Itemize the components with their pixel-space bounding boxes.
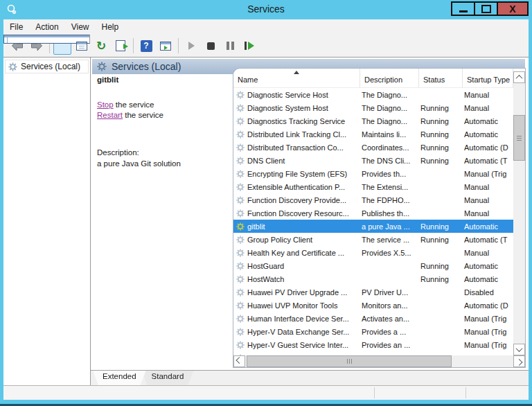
status-separator — [374, 387, 375, 398]
help-button[interactable]: ? — [137, 37, 155, 55]
table-row[interactable]: Huawei UVP Monitor ToolsMonitors an...Au… — [233, 299, 513, 312]
horizontal-scrollbar[interactable] — [233, 355, 525, 367]
stop-service-line: Stop the service — [97, 100, 229, 109]
refresh-button[interactable]: ↻ — [92, 37, 110, 55]
service-startup-type: Manual — [463, 91, 513, 99]
start-service-button[interactable] — [182, 37, 200, 55]
show-console-tree-button[interactable] — [53, 37, 71, 55]
chevron-up-icon — [516, 75, 523, 82]
restart-service-line: Restart the service — [97, 111, 229, 119]
table-row[interactable]: Health Key and Certificate ...Provides X… — [233, 246, 513, 259]
scroll-right-button[interactable] — [513, 355, 525, 367]
service-desc: PV Driver U... — [360, 288, 419, 297]
service-desc: Coordinates... — [360, 143, 419, 152]
service-desc: Maintains li... — [360, 130, 419, 139]
vertical-scroll-thumb[interactable] — [513, 115, 525, 161]
column-header-startup-type[interactable]: Startup Type — [463, 69, 513, 88]
table-row[interactable]: Group Policy ClientThe service ...Runnin… — [233, 233, 513, 246]
gear-icon — [236, 183, 245, 191]
scroll-up-button[interactable] — [513, 71, 525, 83]
table-row[interactable]: HostWatchRunningAutomatic — [233, 272, 513, 285]
service-gear — [236, 143, 245, 152]
scroll-down-button[interactable] — [513, 344, 525, 355]
service-desc: The Extensi... — [360, 183, 419, 191]
service-desc: Provides a ... — [360, 328, 419, 336]
vertical-scrollbar[interactable] — [513, 71, 525, 355]
gear-icon — [236, 91, 245, 99]
table-row[interactable]: Encrypting File System (EFS)Provides th.… — [233, 167, 513, 180]
table-row[interactable]: Diagnostic System HostThe Diagno...Runni… — [233, 101, 513, 114]
extended-info-pane: gitblit Stop the service Restart the ser… — [97, 76, 229, 168]
tab-standard[interactable]: Standard — [142, 371, 194, 385]
service-gear — [236, 196, 245, 204]
gear-icon — [236, 288, 245, 297]
table-row[interactable]: gitblita pure Java ...RunningAutomatic — [233, 220, 513, 233]
menu-bar: FileActionViewHelp — [3, 19, 529, 35]
service-gear — [236, 130, 245, 139]
gear-icon — [236, 315, 245, 323]
service-desc: Activates an... — [360, 315, 419, 323]
table-row[interactable]: HostGuardRunningAutomatic — [233, 259, 513, 272]
service-startup-type: Manual (Trig — [463, 328, 513, 336]
show-extended-view-button[interactable] — [157, 37, 175, 55]
service-status: Running — [419, 222, 463, 231]
table-row[interactable]: Hyper-V Data Exchange Ser...Provides a .… — [233, 325, 513, 338]
service-status: Running — [419, 236, 463, 244]
menu-view[interactable]: View — [65, 20, 96, 34]
service-name: Function Discovery Provide... — [247, 196, 346, 204]
pause-service-button[interactable] — [221, 37, 239, 55]
service-name: Huawei UVP Monitor Tools — [247, 301, 337, 310]
title-bar[interactable]: Services X — [0, 0, 532, 19]
menu-help[interactable]: Help — [96, 20, 125, 34]
column-header-description[interactable]: Description — [360, 69, 419, 88]
service-rows: Diagnostic Service HostThe Diagno...Manu… — [233, 88, 513, 355]
column-header-status[interactable]: Status — [419, 69, 463, 88]
service-status: Running — [419, 104, 463, 112]
table-row[interactable]: DNS ClientThe DNS Cli...RunningAutomatic… — [233, 154, 513, 167]
service-gear — [236, 117, 245, 125]
table-row[interactable]: Function Discovery Provide...The FDPHO..… — [233, 193, 513, 206]
gear-icon — [236, 117, 245, 125]
horizontal-scroll-thumb[interactable] — [247, 355, 452, 367]
gear-icon — [236, 196, 245, 204]
service-gear — [236, 315, 245, 323]
service-name: Hyper-V Guest Service Inter... — [247, 341, 348, 349]
service-desc: The service ... — [360, 236, 419, 244]
stop-service-button[interactable] — [202, 37, 220, 55]
service-startup-type: Manual (Trig — [463, 341, 513, 349]
maximize-button[interactable] — [474, 1, 497, 16]
restart-icon — [245, 42, 254, 50]
service-desc: The Diagno... — [360, 104, 419, 112]
table-row[interactable]: Hyper-V Guest Service Inter...Provides a… — [233, 338, 513, 351]
restart-service-link[interactable]: Restart — [97, 111, 123, 119]
minimize-button[interactable] — [451, 1, 474, 16]
table-row[interactable]: Distributed Link Tracking Cl...Maintains… — [233, 127, 513, 141]
table-row[interactable]: Huawei PV Driver Upgrade ...PV Driver U.… — [233, 285, 513, 299]
menu-action[interactable]: Action — [29, 20, 64, 34]
scroll-left-button[interactable] — [233, 355, 245, 367]
gear-icon — [236, 170, 245, 178]
gear-icon — [236, 301, 245, 310]
service-gear — [236, 157, 245, 165]
export-list-button[interactable] — [112, 37, 130, 55]
description-label: Description: — [97, 148, 229, 157]
service-startup-type: Manual — [463, 104, 513, 112]
pause-icon — [227, 42, 234, 50]
menu-file[interactable]: File — [3, 20, 29, 34]
stop-service-link[interactable]: Stop — [97, 100, 114, 109]
table-row[interactable]: Extensible Authentication P...The Extens… — [233, 180, 513, 193]
table-row[interactable]: Diagnostics Tracking ServiceThe Diagno..… — [233, 114, 513, 127]
service-gear — [236, 236, 245, 244]
gear-icon — [236, 341, 245, 349]
table-row[interactable]: Human Interface Device Ser...Activates a… — [233, 312, 513, 325]
service-desc: The DNS Cli... — [360, 157, 419, 165]
close-button[interactable]: X — [497, 1, 529, 16]
service-name: Extensible Authentication P... — [247, 183, 345, 191]
services-window: Services X FileActionViewHelp ↻ ? — [0, 0, 532, 406]
table-row[interactable]: Function Discovery Resourc...Publishes t… — [233, 206, 513, 220]
tree-node-services-local[interactable]: Services (Local) — [5, 60, 89, 73]
restart-service-button[interactable] — [240, 37, 258, 55]
table-row[interactable]: Distributed Transaction Co...Coordinates… — [233, 141, 513, 154]
table-row[interactable]: Diagnostic Service HostThe Diagno...Manu… — [233, 88, 513, 101]
tab-extended[interactable]: Extended — [93, 371, 146, 385]
